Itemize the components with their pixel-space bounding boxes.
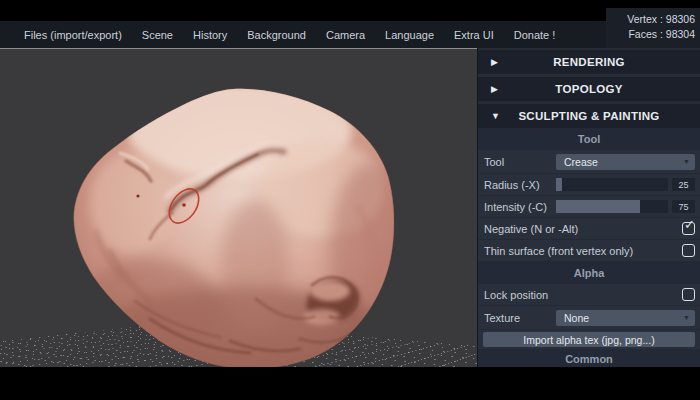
section-sculpting-label: SCULPTING & PAINTING <box>478 110 700 122</box>
viewport-canvas[interactable] <box>0 48 477 367</box>
tool-label: Tool <box>484 156 556 168</box>
intensity-slider[interactable] <box>556 200 668 213</box>
menu-item-history[interactable]: History <box>183 29 237 41</box>
tool-select[interactable]: Crease ▼ <box>556 154 695 170</box>
intensity-value[interactable]: 75 <box>672 200 695 213</box>
tool-selected-value: Crease <box>556 156 683 168</box>
section-rendering[interactable]: ▶ RENDERING <box>478 50 700 74</box>
tool-row: Tool Crease ▼ <box>478 150 700 174</box>
thin-surface-label: Thin surface (front vertex only) <box>484 245 682 257</box>
radius-label: Radius (-X) <box>484 179 556 191</box>
thin-surface-checkbox[interactable] <box>682 244 695 257</box>
intensity-row: Intensity (-C) 75 <box>478 196 700 218</box>
radius-value[interactable]: 25 <box>672 178 695 191</box>
negative-checkbox[interactable]: ✓ <box>682 222 695 235</box>
checkmark-icon: ✓ <box>684 217 695 232</box>
lock-position-label: Lock position <box>484 289 682 301</box>
section-topology-label: TOPOLOGY <box>478 83 700 95</box>
menu-item-files[interactable]: Files (import/export) <box>14 29 132 41</box>
radius-slider[interactable] <box>556 178 668 191</box>
lock-position-row: Lock position <box>478 284 700 306</box>
texture-row: Texture None ▼ <box>478 306 700 330</box>
app-window: Files (import/export) Scene History Back… <box>0 0 700 400</box>
texture-label: Texture <box>484 312 556 324</box>
collapsed-arrow-icon: ▶ <box>491 84 498 94</box>
menu-item-camera[interactable]: Camera <box>316 29 375 41</box>
subsection-tool-header: Tool <box>478 128 700 150</box>
collapsed-arrow-icon: ▶ <box>491 57 498 67</box>
lock-position-checkbox[interactable] <box>682 288 695 301</box>
intensity-slider-fill <box>556 200 640 213</box>
intensity-label: Intensity (-C) <box>484 201 556 213</box>
vertex-count: Vertex : 98306 <box>606 12 695 27</box>
menu-bar: Files (import/export) Scene History Back… <box>0 21 700 48</box>
texture-select[interactable]: None ▼ <box>556 310 695 326</box>
import-alpha-row: Import alpha tex (jpg, png...) <box>478 330 700 350</box>
menu-item-donate[interactable]: Donate ! <box>504 29 566 41</box>
mesh-stats: Vertex : 98306 Faces : 98304 <box>606 8 700 48</box>
subsection-common-header: Common <box>478 350 700 367</box>
menu-item-scene[interactable]: Scene <box>132 29 183 41</box>
import-alpha-button[interactable]: Import alpha tex (jpg, png...) <box>483 332 695 347</box>
section-rendering-label: RENDERING <box>478 56 700 68</box>
section-topology[interactable]: ▶ TOPOLOGY <box>478 77 700 101</box>
menu-item-language[interactable]: Language <box>375 29 444 41</box>
faces-count: Faces : 98304 <box>606 27 695 42</box>
menu-item-background[interactable]: Background <box>237 29 316 41</box>
chevron-down-icon: ▼ <box>683 314 695 321</box>
menu-item-extra-ui[interactable]: Extra UI <box>444 29 504 41</box>
texture-selected-value: None <box>556 312 683 324</box>
subsection-alpha-header: Alpha <box>478 262 700 284</box>
sculpt-model <box>0 49 477 367</box>
thin-surface-row: Thin surface (front vertex only) <box>478 240 700 262</box>
negative-label: Negative (N or -Alt) <box>484 223 682 235</box>
radius-row: Radius (-X) 25 <box>478 174 700 196</box>
negative-row: Negative (N or -Alt) ✓ <box>478 218 700 240</box>
chevron-down-icon: ▼ <box>683 158 695 165</box>
section-sculpting-painting[interactable]: ▼ SCULPTING & PAINTING <box>478 104 700 128</box>
sidebar-panel: ▶ RENDERING ▶ TOPOLOGY ▼ SCULPTING & PAI… <box>477 48 700 367</box>
expanded-arrow-icon: ▼ <box>491 111 500 121</box>
radius-slider-fill <box>556 178 562 191</box>
